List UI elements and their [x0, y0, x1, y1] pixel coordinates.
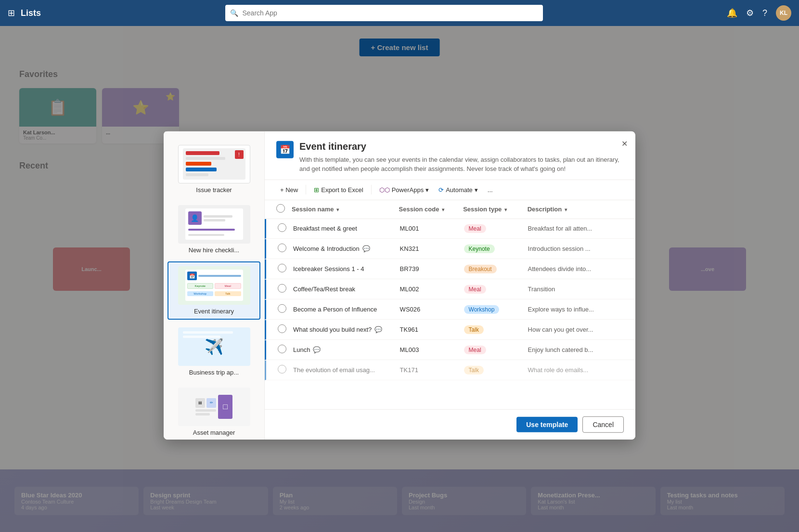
settings-icon[interactable]: ⚙ [746, 8, 754, 18]
type-badge: Meal [464, 224, 486, 233]
modal-description: With this template, you can see your eve… [299, 155, 624, 173]
type-badge: Keynote [464, 245, 495, 253]
row-checkbox[interactable] [278, 263, 293, 274]
modal-sidebar: ! Issue tracker 👤 [164, 131, 265, 439]
table-row[interactable]: Welcome & Introduction💬 KN321 Keynote In… [265, 239, 635, 259]
table-row[interactable]: Icebreaker Sessions 1 - 4 BR739 Breakout… [265, 259, 635, 279]
row-description: Enjoy lunch catered b... [528, 346, 624, 353]
cancel-button[interactable]: Cancel [582, 416, 624, 432]
chat-icon: 💬 [374, 326, 382, 333]
row-session-type: Talk [464, 325, 528, 334]
row-description: Explore ways to influe... [528, 306, 624, 313]
row-description: Transition [528, 285, 624, 293]
asset-manager-label: Asset manager [193, 428, 235, 436]
table-row[interactable]: Lunch💬 ML003 Meal Enjoy lunch catered b.… [265, 340, 635, 360]
powerapps-button[interactable]: ⬡⬡ PowerApps ▾ [375, 183, 433, 195]
description-header[interactable]: Description ▾ [528, 206, 624, 213]
event-itinerary-thumb: 📅 Keynote Meal Workshop Talk [178, 266, 250, 304]
table-header: Session name ▾ Session code ▾ Session ty… [265, 200, 635, 219]
business-trip-label: Business trip ap... [189, 368, 239, 376]
row-session-name: What should you build next?💬 [293, 326, 400, 333]
row-session-code: KN321 [400, 245, 464, 252]
sidebar-item-event-itinerary[interactable]: 📅 Keynote Meal Workshop Talk Event [168, 261, 260, 319]
issue-tracker-label: Issue tracker [196, 186, 232, 193]
automate-button[interactable]: ⟳ Automate ▾ [435, 183, 482, 195]
row-checkbox[interactable] [278, 364, 293, 375]
check-column-header [276, 204, 292, 214]
type-badge: Meal [464, 346, 486, 354]
row-session-type: Keynote [464, 244, 528, 253]
row-session-name: Breakfast meet & greet [293, 225, 400, 232]
sort-icon: ▾ [336, 207, 339, 212]
table-row[interactable]: Breakfast meet & greet ML001 Meal Breakf… [265, 219, 635, 238]
modal-right-content: 📅 Event itinerary With this template, yo… [265, 131, 635, 439]
modal-footer: Use template Cancel [265, 409, 635, 439]
row-session-name: Lunch💬 [293, 346, 400, 353]
row-session-code: ML001 [400, 225, 464, 232]
table-row[interactable]: Coffee/Tea/Rest break ML002 Meal Transit… [265, 279, 635, 299]
notification-icon[interactable]: 🔔 [727, 8, 737, 18]
row-session-type: Meal [464, 285, 528, 294]
list-table: Session name ▾ Session code ▾ Session ty… [265, 200, 635, 409]
close-button[interactable]: ✕ [621, 139, 628, 148]
modal-header-text: Event itinerary With this template, you … [299, 141, 624, 173]
session-name-header[interactable]: Session name ▾ [292, 206, 399, 213]
row-checkbox[interactable] [278, 243, 293, 254]
new-button[interactable]: + New [276, 183, 302, 195]
chat-icon: 💬 [313, 346, 321, 353]
apps-icon[interactable]: ⊞ [8, 8, 15, 18]
automate-chevron-icon: ▾ [475, 186, 478, 193]
chat-icon: 💬 [362, 245, 370, 252]
type-badge: Talk [464, 325, 484, 334]
main-area: + Create new list Favorites 📋 Kat Larson… [0, 26, 799, 532]
row-session-type: Meal [464, 345, 528, 354]
row-description: Introduction session ... [528, 245, 624, 252]
row-checkbox[interactable] [278, 344, 293, 355]
row-checkbox[interactable] [278, 284, 293, 294]
event-itinerary-label: Event itinerary [194, 307, 234, 314]
type-badge: Breakout [464, 265, 497, 273]
row-session-code: TK171 [400, 366, 464, 374]
row-session-name: Icebreaker Sessions 1 - 4 [293, 265, 400, 272]
table-row[interactable]: Become a Person of Influence WS026 Works… [265, 299, 635, 319]
help-icon[interactable]: ? [762, 8, 767, 18]
more-button[interactable]: ... [484, 183, 497, 195]
row-checkbox[interactable] [278, 223, 293, 234]
row-description: Attendees divide into... [528, 265, 624, 272]
session-type-header[interactable]: Session type ▾ [463, 206, 528, 213]
search-bar[interactable]: 🔍 [225, 5, 543, 21]
row-session-code: ML003 [400, 346, 464, 353]
row-checkbox[interactable] [278, 324, 293, 335]
modal-header-icon: 📅 [276, 141, 294, 158]
avatar[interactable]: KL [776, 5, 791, 21]
row-session-type: Workshop [464, 305, 528, 314]
use-template-button[interactable]: Use template [516, 416, 578, 432]
table-row[interactable]: The evolution of email usag... TK171 Tal… [265, 360, 635, 380]
export-excel-button[interactable]: ⊞ Export to Excel [310, 183, 367, 195]
search-input[interactable] [225, 5, 543, 21]
row-session-type: Breakout [464, 264, 528, 273]
sidebar-item-asset-manager[interactable]: ▤ ✏ □ Asset manager [168, 383, 260, 439]
automate-label: Automate [446, 186, 473, 193]
select-all-checkbox[interactable] [276, 204, 285, 212]
modal: ! Issue tracker 👤 [164, 131, 635, 439]
row-session-code: WS026 [400, 306, 464, 313]
sidebar-item-new-hire[interactable]: 👤 New hire checkli... [168, 201, 260, 257]
modal-header: 📅 Event itinerary With this template, yo… [265, 131, 635, 179]
row-session-code: TK961 [400, 326, 464, 333]
automate-icon: ⟳ [438, 186, 444, 193]
session-code-header[interactable]: Session code ▾ [399, 206, 464, 213]
table-row[interactable]: What should you build next?💬 TK961 Talk … [265, 320, 635, 339]
powerapps-chevron-icon: ▾ [425, 186, 429, 193]
business-trip-thumb: ✈️ [178, 327, 250, 365]
type-badge: Workshop [464, 305, 500, 314]
row-session-name: Become a Person of Influence [293, 306, 400, 313]
powerapps-label: PowerApps [392, 186, 424, 193]
row-checkbox[interactable] [278, 304, 293, 314]
sidebar-item-business-trip[interactable]: ✈️ Business trip ap... [168, 323, 260, 379]
row-description: What role do emails... [528, 366, 624, 374]
sidebar-item-issue-tracker[interactable]: ! Issue tracker [168, 141, 260, 197]
powerapps-icon: ⬡⬡ [379, 186, 390, 193]
row-session-code: BR739 [400, 265, 464, 272]
excel-icon: ⊞ [314, 186, 319, 193]
